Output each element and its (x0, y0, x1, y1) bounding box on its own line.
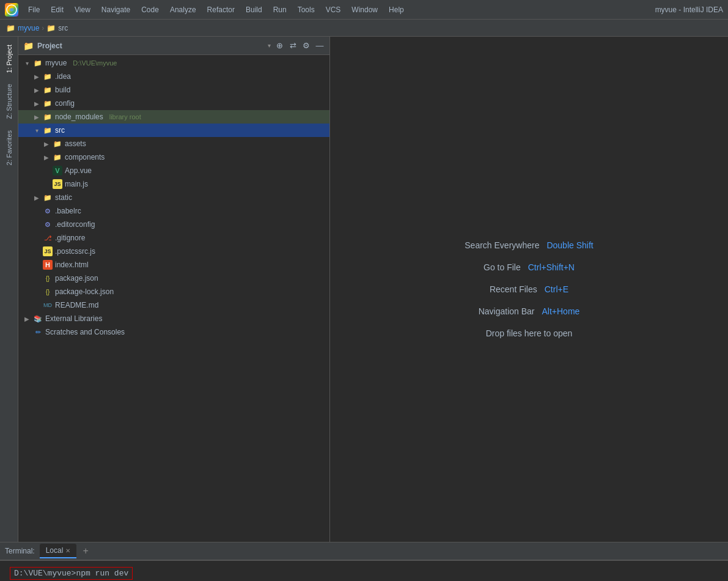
breadcrumb-project[interactable]: myvue (18, 24, 39, 32)
tree-item-config[interactable]: ▶📁config (18, 97, 329, 110)
tree-item-package-json[interactable]: {}package.json (18, 272, 329, 285)
tree-arrow-build[interactable]: ▶ (33, 86, 40, 94)
tree-item-gitignore[interactable]: ⎇.gitignore (18, 231, 329, 245)
drop-files-text: Drop files here to open (486, 328, 573, 338)
tree-arrow-assets[interactable]: ▶ (43, 140, 50, 147)
tree-item-node_modules[interactable]: ▶📁node_moduleslibrary root (18, 110, 329, 124)
terminal-local-tab[interactable]: Local ✕ (40, 544, 77, 558)
tree-item-static[interactable]: ▶📁static (18, 191, 329, 204)
project-panel-title: Project (37, 42, 264, 50)
tree-item-name-package-json: package.json (55, 274, 98, 283)
terminal-section: Terminal: Local ✕ + D:\VUE\myvue>npm run… (0, 542, 728, 581)
tree-file-icon-package-json: {} (43, 273, 53, 283)
settings-icon[interactable]: ⚙ (301, 41, 311, 51)
locate-icon[interactable]: ⊕ (274, 41, 284, 51)
tree-file-icon-node_modules: 📁 (43, 112, 53, 122)
terminal-tab-name: Local (46, 546, 64, 555)
menu-bar: File Edit View Navigate Code Analyze Ref… (23, 3, 409, 17)
tree-arrow-idea[interactable]: ▶ (33, 73, 40, 80)
terminal-add-tab[interactable]: + (79, 544, 92, 558)
titlebar: File Edit View Navigate Code Analyze Ref… (0, 0, 728, 20)
tree-file-icon-editorconfig: ⚙ (43, 220, 53, 229)
favorites-tab[interactable]: 2: Favorites (3, 125, 15, 170)
window-title: myvue - IntelliJ IDEA (655, 6, 723, 14)
tree-arrow-editorconfig (33, 221, 40, 228)
tree-file-icon-src: 📁 (43, 125, 53, 135)
tree-item-src[interactable]: ▾📁src (18, 124, 329, 137)
tree-item-main-js[interactable]: JSmain.js (18, 177, 329, 191)
menu-window[interactable]: Window (347, 3, 383, 17)
menu-code[interactable]: Code (136, 3, 164, 17)
tree-item-idea[interactable]: ▶📁.idea (18, 70, 329, 83)
tree-item-babelrc[interactable]: ⚙.babelrc (18, 204, 329, 218)
tree-file-icon-myvue-root: 📁 (33, 58, 43, 68)
tree-arrow-external-libs[interactable]: ▶ (23, 315, 31, 322)
menu-vcs[interactable]: VCS (321, 3, 346, 17)
shortcut-recent-files: Recent Files Ctrl+E (490, 284, 568, 294)
tree-item-readme[interactable]: MDREADME.md (18, 298, 329, 312)
tree-item-assets[interactable]: ▶📁assets (18, 137, 329, 150)
menu-build[interactable]: Build (241, 3, 267, 17)
tree-item-name-readme: README.md (55, 301, 98, 309)
tree-item-editorconfig[interactable]: ⚙.editorconfig (18, 218, 329, 231)
tree-file-icon-idea: 📁 (43, 72, 53, 81)
shortcut-goto-key: Ctrl+Shift+N (528, 262, 575, 272)
menu-file[interactable]: File (23, 3, 45, 17)
tree-item-name-gitignore: .gitignore (55, 234, 85, 242)
tree-item-name-build: build (55, 86, 70, 94)
tree-item-components[interactable]: ▶📁components (18, 150, 329, 164)
terminal-tab-close[interactable]: ✕ (65, 547, 70, 554)
tree-arrow-src[interactable]: ▾ (33, 127, 40, 134)
tree-item-app-vue[interactable]: VApp.vue (18, 164, 329, 177)
tree-item-postcssrc[interactable]: JS.postcssrc.js (18, 245, 329, 258)
breadcrumb: 📁 myvue › 📁 src (0, 20, 728, 37)
menu-help[interactable]: Help (384, 3, 409, 17)
tree-arrow-babelrc (33, 207, 40, 215)
tree-item-name-static: static (55, 193, 72, 202)
tree-file-icon-app-vue: V (53, 166, 62, 176)
shortcut-nav-bar: Navigation Bar Alt+Home (479, 306, 580, 316)
tree-arrow-config[interactable]: ▶ (33, 100, 40, 107)
tree-item-name-node_modules: node_modules (55, 113, 103, 121)
left-panel-strip: 1: Project Z: Structure 2: Favorites (0, 37, 18, 542)
collapse-icon[interactable]: ⇄ (288, 41, 298, 51)
app-logo (5, 3, 18, 17)
tree-item-index-html[interactable]: Hindex.html (18, 258, 329, 272)
project-tab[interactable]: 1: Project (3, 40, 15, 78)
tree-item-name-package-lock-json: package-lock.json (55, 287, 114, 296)
tree-arrow-node_modules[interactable]: ▶ (33, 113, 40, 120)
tree-file-icon-components: 📁 (53, 152, 62, 162)
menu-run[interactable]: Run (268, 3, 292, 17)
tree-item-package-lock-json[interactable]: {}package-lock.json (18, 285, 329, 298)
structure-tab[interactable]: Z: Structure (3, 79, 15, 124)
menu-analyze[interactable]: Analyze (165, 3, 201, 17)
menu-edit[interactable]: Edit (46, 3, 68, 17)
tree-arrow-components[interactable]: ▶ (43, 154, 50, 161)
menu-tools[interactable]: Tools (293, 3, 320, 17)
shortcut-recent-key: Ctrl+E (545, 284, 568, 294)
shortcut-nav-label: Navigation Bar (479, 306, 535, 316)
tree-file-icon-readme: MD (43, 300, 53, 310)
shortcut-search-label: Search Everywhere (465, 240, 539, 250)
tree-item-name-scratches: Scratches and Consoles (45, 328, 125, 336)
menu-view[interactable]: View (70, 3, 95, 17)
project-folder-icon: 📁 (23, 41, 34, 51)
project-dropdown-arrow[interactable]: ▾ (268, 42, 271, 49)
tree-item-myvue-root[interactable]: ▾📁myvueD:\VUE\myvue (18, 56, 329, 70)
menu-refactor[interactable]: Refactor (202, 3, 240, 17)
tree-item-name-babelrc: .babelrc (55, 207, 81, 215)
minimize-icon[interactable]: — (315, 41, 325, 51)
tree-arrow-myvue-root[interactable]: ▾ (23, 59, 31, 67)
shortcut-recent-label: Recent Files (490, 284, 537, 294)
shortcut-goto-label: Go to File (483, 262, 521, 272)
terminal-command-box[interactable]: D:\VUE\myvue>npm run dev (10, 567, 133, 580)
tree-arrow-gitignore (33, 234, 40, 242)
breadcrumb-src[interactable]: src (58, 24, 68, 32)
menu-navigate[interactable]: Navigate (97, 3, 135, 17)
tree-file-icon-package-lock-json: {} (43, 287, 53, 297)
tree-item-external-libs[interactable]: ▶📚External Libraries (18, 312, 329, 325)
tree-item-scratches[interactable]: ✏Scratches and Consoles (18, 325, 329, 339)
tree-item-extra-node_modules: library root (109, 113, 141, 120)
tree-arrow-static[interactable]: ▶ (33, 194, 40, 201)
tree-item-build[interactable]: ▶📁build (18, 83, 329, 97)
